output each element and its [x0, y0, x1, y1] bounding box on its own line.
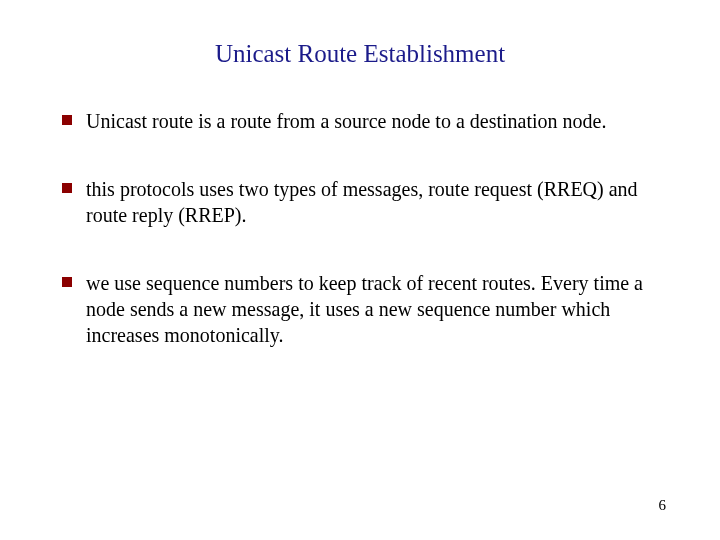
list-item: we use sequence numbers to keep track of… [50, 270, 670, 348]
list-item: Unicast route is a route from a source n… [50, 108, 670, 134]
bullet-list: Unicast route is a route from a source n… [50, 108, 670, 348]
list-item: this protocols uses two types of message… [50, 176, 670, 228]
page-title: Unicast Route Establishment [50, 40, 670, 68]
slide: Unicast Route Establishment Unicast rout… [0, 0, 720, 540]
page-number: 6 [659, 497, 667, 514]
